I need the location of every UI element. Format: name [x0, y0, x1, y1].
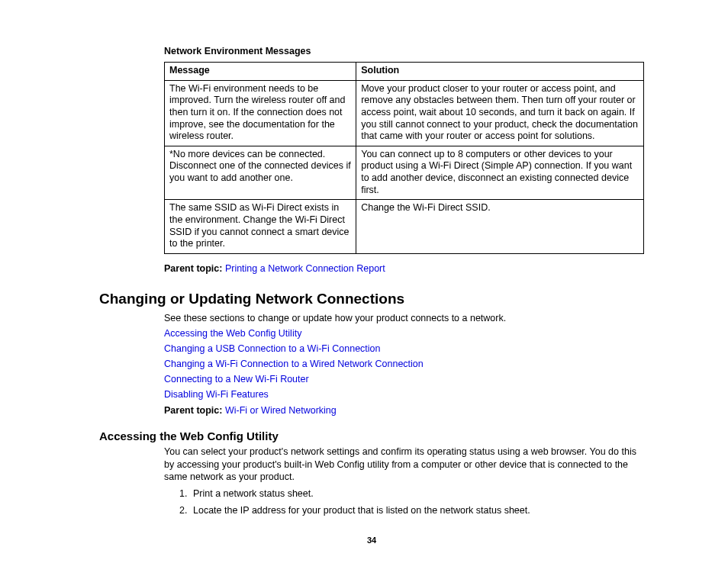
steps-list: Print a network status sheet. Locate the…	[164, 487, 644, 517]
parent-topic-link[interactable]: Printing a Network Connection Report	[225, 263, 385, 274]
column-header-solution: Solution	[356, 63, 644, 81]
page-number: 34	[99, 536, 644, 545]
subsection-text: You can select your product's network se…	[164, 446, 644, 483]
cell-solution: Change the Wi-Fi Direct SSID.	[356, 200, 644, 254]
parent-topic-label: Parent topic:	[164, 263, 222, 274]
subsection-heading: Accessing the Web Config Utility	[99, 429, 644, 442]
parent-topic-link[interactable]: Wi-Fi or Wired Networking	[225, 405, 337, 416]
document-page: Network Environment Messages Message Sol…	[0, 0, 728, 563]
cell-solution: Move your product closer to your router …	[356, 80, 644, 146]
parent-topic: Parent topic: Wi-Fi or Wired Networking	[164, 405, 644, 416]
parent-topic-label: Parent topic:	[164, 405, 222, 416]
table-row: *No more devices can be connected. Disco…	[165, 146, 644, 200]
link-list: Accessing the Web Config Utility Changin…	[164, 327, 644, 401]
table-title: Network Environment Messages	[164, 46, 644, 56]
subsection-body: You can select your product's network se…	[164, 446, 644, 517]
table-row: The same SSID as Wi-Fi Direct exists in …	[165, 200, 644, 254]
step-item: Locate the IP address for your product t…	[190, 504, 644, 517]
topic-link[interactable]: Disabling Wi-Fi Features	[164, 388, 644, 401]
parent-topic: Parent topic: Printing a Network Connect…	[164, 263, 644, 274]
cell-message: The same SSID as Wi-Fi Direct exists in …	[165, 200, 356, 254]
section-heading: Changing or Updating Network Connections	[99, 291, 644, 307]
table-block: Network Environment Messages Message Sol…	[164, 46, 644, 274]
table-header-row: Message Solution	[165, 63, 644, 81]
cell-message: *No more devices can be connected. Disco…	[165, 146, 356, 200]
cell-message: The Wi-Fi environment needs to be improv…	[165, 80, 356, 146]
messages-table: Message Solution The Wi-Fi environment n…	[164, 62, 644, 254]
topic-link[interactable]: Changing a USB Connection to a Wi-Fi Con…	[164, 343, 644, 355]
topic-link[interactable]: Connecting to a New Wi-Fi Router	[164, 373, 644, 386]
section-intro: See these sections to change or update h…	[164, 312, 644, 324]
cell-solution: You can connect up to 8 computers or oth…	[356, 146, 644, 200]
topic-link[interactable]: Accessing the Web Config Utility	[164, 327, 644, 340]
topic-link[interactable]: Changing a Wi-Fi Connection to a Wired N…	[164, 358, 644, 371]
section-body: See these sections to change or update h…	[164, 312, 644, 417]
step-item: Print a network status sheet.	[190, 487, 644, 500]
column-header-message: Message	[165, 63, 356, 81]
table-row: The Wi-Fi environment needs to be improv…	[165, 80, 644, 146]
